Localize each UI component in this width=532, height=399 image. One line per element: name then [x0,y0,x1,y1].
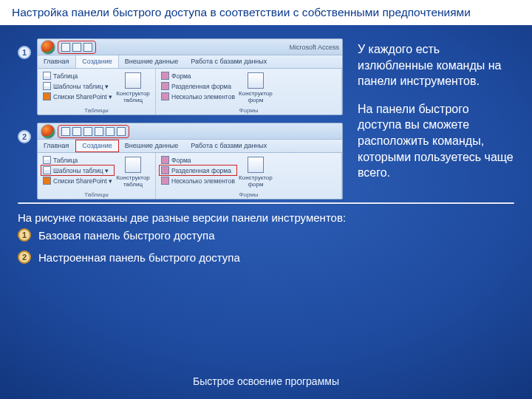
redo-icon [83,43,92,52]
ribbon-tabs-1: Главная Создание Внешние данные Работа с… [38,55,342,69]
ribbon-screenshot-1: Microsoft Access Главная Создание Внешни… [37,38,343,115]
btn-multi: Несколько элементов [160,176,236,185]
save-icon [61,127,70,136]
form-designer-icon [248,157,264,173]
btn-table-templates-label: Шаблоны таблиц ▾ [53,167,109,174]
group-forms: Форма Разделенная форма Несколько элемен… [156,69,342,115]
screenshot-2-row: 2 Главная Создание Внешни [18,123,343,200]
btn-split-form-label: Разделенная форма [171,83,231,90]
multi-items-icon [161,92,169,100]
btn-sharepoint-label: Списки SharePoint ▾ [53,93,112,100]
btn-form: Форма [160,155,236,165]
group-tables-label: Таблицы [41,191,151,198]
tab-home: Главная [38,55,75,68]
multi-items-icon [161,177,169,185]
side-text: У каждого есть излюбленные команды на па… [358,38,514,200]
tab-create: Создание [75,55,119,68]
undo-icon [72,127,81,136]
office-button-icon [41,124,55,139]
paragraph-1: У каждого есть излюбленные команды на па… [358,41,514,89]
btn-form-label: Форма [171,72,191,80]
tab-external: Внешние данные [119,55,185,68]
tab-create-highlighted: Создание [75,140,119,152]
redo-icon [83,127,92,136]
caption: На рисунке показаны две разные версии па… [0,211,532,228]
btn-table-templates-highlighted: Шаблоны таблиц ▾ [41,166,114,175]
btn-table-templates-label: Шаблоны таблиц ▾ [53,83,109,90]
footer: Быстрое освоение программы [0,375,532,387]
sharepoint-icon [43,92,51,100]
btn-multi-label: Несколько элементов [171,177,235,185]
quick-access-toolbar-2 [38,123,342,140]
form-icon [161,156,169,164]
btn-table-designer-label: Конструктор таблиц [116,174,150,188]
btn-table-label: Таблица [53,157,78,164]
btn-form-label: Форма [171,157,191,164]
table-designer-icon [125,157,141,173]
callout-1: 1 [18,46,31,59]
callout-2: 2 [18,130,31,143]
legend-num-1: 1 [18,228,31,242]
group-tables: Таблица Шаблоны таблиц ▾ Списки SharePoi… [38,153,156,199]
divider [18,202,514,204]
tab-external: Внешние данные [119,140,185,152]
form-designer-icon [248,72,264,89]
btn-form-designer-label: Конструктор форм [239,90,273,103]
btn-table-designer-label: Конструктор таблиц [116,90,150,103]
btn-split-form-label: Разделенная форма [171,167,231,174]
btn-table-designer: Конструктор таблиц [117,71,149,105]
app-title: Microsoft Access [289,44,339,51]
save-icon [61,43,70,52]
content-row: 1 Microsoft Access Главная Создание Внеш… [0,25,532,200]
legend: 1 Базовая панель быстрого доступа 2 Наст… [0,228,532,264]
legend-text-2: Настроенная панель быстрого доступа [38,251,240,264]
paragraph-2: На панели быстрого доступа вы сможете ра… [358,101,514,181]
table-templates-icon [43,166,51,174]
btn-table: Таблица [41,155,114,165]
custom-icon-3 [117,127,126,136]
legend-row-2: 2 Настроенная панель быстрого доступа [18,250,514,264]
btn-form-designer: Конструктор форм [239,71,272,105]
qat-items-custom [58,126,129,137]
group-forms-label: Формы [160,106,338,114]
legend-row-1: 1 Базовая панель быстрого доступа [18,228,514,242]
table-templates-icon [43,82,51,90]
slide-title: Настройка панели быстрого доступа в соот… [0,0,532,25]
undo-icon [72,43,81,52]
split-form-icon [161,82,169,90]
form-icon [161,72,169,80]
btn-sharepoint: Списки SharePoint ▾ [41,176,114,185]
qat-items-basic [58,41,95,53]
split-form-icon [161,166,169,174]
btn-form-designer-label: Конструктор форм [239,174,273,188]
screenshots-column: 1 Microsoft Access Главная Создание Внеш… [18,38,343,200]
btn-table-templates: Шаблоны таблиц ▾ [41,81,114,91]
btn-table-designer: Конструктор таблиц [117,155,149,189]
custom-icon-2 [106,127,115,136]
ribbon-groups-2: Таблица Шаблоны таблиц ▾ Списки SharePoi… [38,153,342,199]
btn-multi: Несколько элементов [160,92,236,101]
table-icon [43,72,51,80]
quick-access-toolbar-1: Microsoft Access [38,39,342,55]
btn-sharepoint-label: Списки SharePoint ▾ [53,177,112,185]
legend-text-1: Базовая панель быстрого доступа [38,229,215,242]
ribbon-tabs-2: Главная Создание Внешние данные Работа с… [38,140,342,153]
legend-num-2: 2 [18,250,31,264]
group-tables-label: Таблицы [41,106,151,114]
table-icon [43,156,51,164]
tab-home: Главная [38,140,75,152]
btn-table-label: Таблица [53,72,78,80]
btn-table: Таблица [41,71,114,81]
group-forms-label: Формы [160,191,338,198]
table-designer-icon [125,72,141,89]
sharepoint-icon [43,177,51,185]
btn-multi-label: Несколько элементов [171,93,235,100]
btn-sharepoint: Списки SharePoint ▾ [41,92,114,101]
ribbon-screenshot-2: Главная Создание Внешние данные Работа с… [37,123,343,200]
office-button-icon [41,40,55,55]
tab-dbtools: Работа с базами данных [185,140,273,152]
ribbon-groups-1: Таблица Шаблоны таблиц ▾ Списки SharePoi… [38,69,342,115]
group-forms: Форма Разделенная форма Несколько элемен… [156,153,342,199]
custom-icon-1 [95,127,103,136]
tab-dbtools: Работа с базами данных [185,55,273,68]
